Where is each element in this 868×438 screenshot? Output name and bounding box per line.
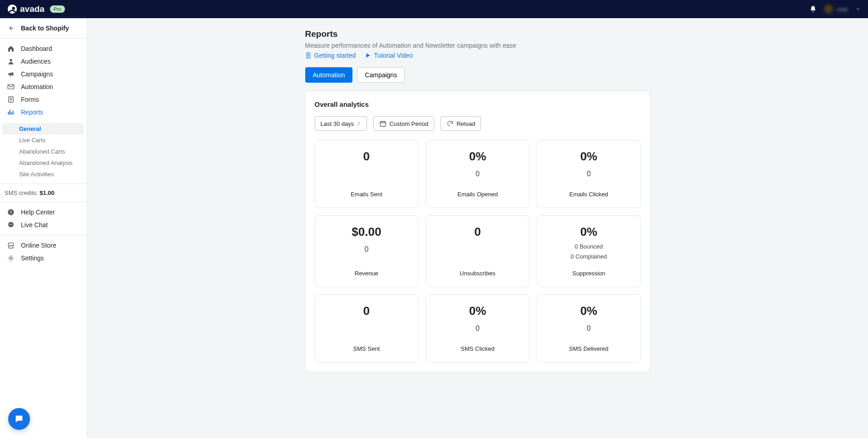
tab-automation[interactable]: Automation: [305, 67, 353, 83]
chevron-down-icon[interactable]: [855, 6, 861, 12]
sidebar-item-automation[interactable]: Automation: [0, 80, 87, 93]
arrow-left-icon: [7, 25, 15, 32]
sidebar-sub-general[interactable]: General: [3, 123, 84, 134]
card-unsubscribes: 0 Unsubscribes: [426, 215, 530, 287]
analytics-panel: Overall analytics Last 30 days Custom Pe…: [305, 91, 650, 372]
gear-icon: [7, 254, 15, 262]
chat-bubble-icon: [14, 414, 24, 424]
svg-text:i: i: [10, 210, 12, 214]
brand-logo[interactable]: avada: [7, 4, 45, 14]
sms-credits: SMS credits: $1.00: [0, 184, 87, 202]
sidebar-item-online-store[interactable]: Online Store: [0, 239, 87, 252]
avatar: [824, 5, 833, 14]
sidebar-item-reports[interactable]: Reports: [0, 106, 87, 119]
card-suppression: 0% 0 Bounced 0 Complained Suppression: [537, 215, 641, 287]
reload-icon: [446, 120, 454, 127]
info-icon: i: [7, 209, 15, 216]
back-label: Back to Shopify: [21, 25, 69, 32]
tutorial-video-link[interactable]: Tutorial Video: [365, 52, 413, 59]
form-icon: [7, 96, 15, 103]
sidebar-item-forms[interactable]: Forms: [0, 93, 87, 106]
home-icon: [7, 45, 15, 52]
username: user: [837, 6, 848, 13]
card-revenue: $0.00 0 Revenue: [315, 215, 419, 287]
custom-period-button[interactable]: Custom Period: [373, 116, 434, 131]
topbar-left: avada Pro: [7, 4, 65, 14]
play-icon: [365, 52, 371, 59]
select-arrows-icon: [357, 121, 361, 126]
card-sms-clicked: 0% 0 SMS Clicked: [426, 294, 530, 363]
sidebar: Back to Shopify Dashboard Audiences Camp…: [0, 18, 87, 438]
card-sms-sent: 0 SMS Sent: [315, 294, 419, 363]
sidebar-sub-live-carts[interactable]: Live Carts: [0, 134, 87, 146]
panel-title: Overall analytics: [315, 100, 641, 108]
avada-logo-icon: [7, 4, 17, 14]
chart-icon: [7, 109, 15, 116]
main-content: Reports Measure performances of Automati…: [87, 18, 868, 438]
card-emails-opened: 0% 0 Emails Opened: [426, 140, 530, 208]
svg-point-8: [10, 224, 11, 225]
chat-fab[interactable]: [8, 408, 30, 430]
svg-point-2: [10, 59, 12, 61]
svg-point-1: [12, 7, 15, 10]
svg-point-9: [12, 224, 13, 225]
svg-point-10: [10, 257, 12, 259]
topbar: avada Pro user: [0, 0, 868, 18]
sidebar-item-help-center[interactable]: i Help Center: [0, 206, 87, 219]
sidebar-item-live-chat[interactable]: Live Chat: [0, 219, 87, 231]
period-select[interactable]: Last 30 days: [315, 116, 367, 131]
back-to-shopify[interactable]: Back to Shopify: [0, 18, 87, 39]
sidebar-sub-abandoned-carts[interactable]: Abandoned Carts: [0, 146, 87, 157]
sidebar-sub-site-activities[interactable]: Site Activities: [0, 169, 87, 180]
sidebar-item-audiences[interactable]: Audiences: [0, 55, 87, 68]
reload-button[interactable]: Reload: [441, 116, 481, 131]
sidebar-item-dashboard[interactable]: Dashboard: [0, 42, 87, 55]
sidebar-sub-abandoned-analysis[interactable]: Abandoned Analysis: [0, 157, 87, 169]
notifications-icon[interactable]: [809, 5, 817, 13]
card-sms-delivered: 0% 0 SMS Delivered: [537, 294, 641, 363]
sidebar-item-settings[interactable]: Settings: [0, 252, 87, 264]
getting-started-link[interactable]: Getting started: [305, 52, 356, 59]
store-icon: [7, 242, 15, 249]
page-subtitle: Measure performances of Automation and N…: [305, 42, 650, 49]
sidebar-item-campaigns[interactable]: Campaigns: [0, 68, 87, 80]
card-emails-sent: 0 Emails Sent: [315, 140, 419, 208]
card-emails-clicked: 0% 0 Emails Clicked: [537, 140, 641, 208]
chat-icon: [7, 221, 15, 229]
calendar-icon: [379, 120, 387, 127]
topbar-right: user: [809, 5, 861, 14]
mail-icon: [7, 83, 15, 90]
user-icon: [7, 58, 15, 65]
megaphone-icon: [7, 70, 15, 78]
pro-badge: Pro: [50, 5, 65, 13]
svg-point-7: [10, 224, 10, 225]
brand-name: avada: [20, 4, 45, 14]
page-title: Reports: [305, 29, 650, 39]
tab-campaigns[interactable]: Campaigns: [357, 67, 405, 83]
user-menu[interactable]: user: [824, 5, 848, 14]
doc-icon: [305, 52, 312, 59]
svg-rect-11: [380, 121, 386, 126]
